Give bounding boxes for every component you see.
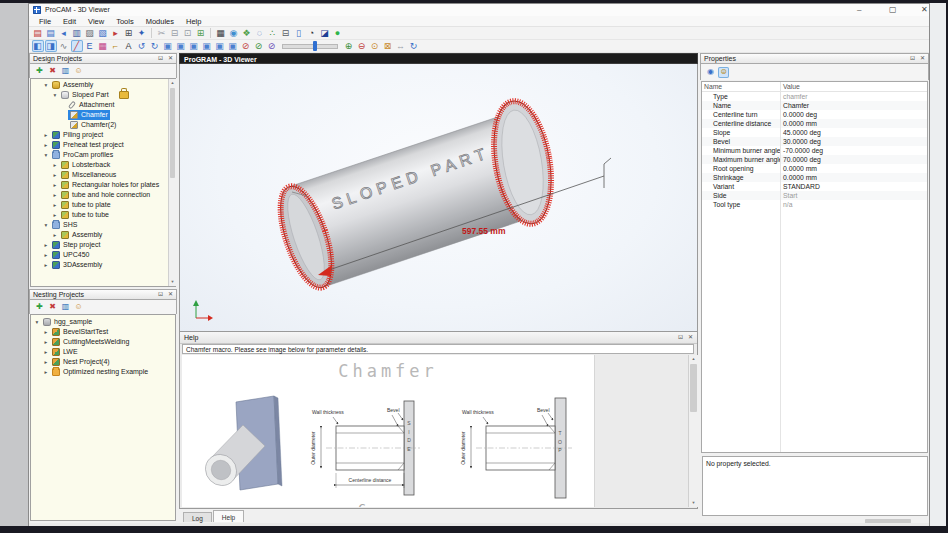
property-value[interactable]: 30.0000 deg (780, 137, 821, 146)
design-item-chamfer-2[interactable]: Chamfer(2) (31, 120, 175, 130)
wrench-icon[interactable]: ⌐ (110, 40, 122, 52)
property-row-slope[interactable]: Slope45.0000 deg (702, 128, 927, 137)
maximize-button[interactable]: ▢ (889, 6, 897, 14)
dock-icon[interactable]: ⊡ (910, 55, 915, 62)
zoom-slider[interactable] (282, 44, 338, 49)
view-solid-icon[interactable]: ◧ (32, 40, 44, 52)
nesting-item-lwe[interactable]: ▸LWE (31, 347, 175, 357)
minimize-button[interactable]: – (857, 6, 861, 14)
property-row-root-opening[interactable]: Root opening0.0000 mm (702, 164, 927, 173)
property-value[interactable]: 0.0000 mm (780, 119, 817, 128)
refresh-view-icon[interactable]: ↻ (408, 40, 420, 52)
export-icon[interactable]: ▸ (110, 27, 122, 39)
close-panel-icon[interactable]: ✕ (168, 55, 173, 62)
close-panel-icon[interactable]: ✕ (688, 334, 693, 341)
help-description-field[interactable]: Chamfer macro. Please see image below fo… (182, 344, 694, 354)
paste-special-icon[interactable]: ⊞ (195, 27, 207, 39)
hide-green-icon[interactable]: ⊘ (253, 40, 265, 52)
menu-view[interactable]: View (82, 17, 110, 26)
view-front-icon[interactable]: ▣ (162, 40, 174, 52)
save-all-icon[interactable]: ▥ (71, 27, 83, 39)
design-item-assembly[interactable]: ▸Assembly (31, 230, 175, 240)
close-button[interactable]: ✕ (921, 6, 928, 14)
paste-icon[interactable]: ⊡ (182, 27, 194, 39)
expand-icon[interactable]: ▸ (42, 252, 50, 258)
expand-icon[interactable]: ▸ (51, 232, 59, 238)
design-item-lobsterback[interactable]: ▸Lobsterback (31, 160, 175, 170)
view-left-icon[interactable]: ▣ (188, 40, 200, 52)
dock-icon[interactable]: ⊡ (158, 55, 163, 62)
design-item-shs[interactable]: ▾SHS (31, 220, 175, 230)
collapse-icon[interactable]: ▾ (42, 152, 50, 158)
info-icon[interactable]: ◉ (705, 67, 716, 78)
expand-icon[interactable]: ▸ (51, 162, 59, 168)
viewer-title-bar[interactable]: ProGRAM - 3D Viewer (179, 53, 698, 64)
expand-icon[interactable]: ▸ (42, 329, 50, 335)
expand-icon[interactable]: ▸ (42, 349, 50, 355)
corner-tool-icon[interactable]: ◪ (319, 27, 331, 39)
print-icon[interactable]: ⊟ (280, 27, 292, 39)
view-back-icon[interactable]: ▣ (175, 40, 187, 52)
property-row-type[interactable]: Typechamfer (702, 92, 927, 101)
rotate-left-icon[interactable]: ↺ (136, 40, 148, 52)
design-tree-scrollbar[interactable]: ▲ ▼ (168, 79, 176, 286)
design-item-attachment[interactable]: Attachment (31, 100, 175, 110)
design-item-upc450[interactable]: ▸UPC450 (31, 250, 175, 260)
view-top-icon[interactable]: ▣ (214, 40, 226, 52)
design-item-step-project[interactable]: ▸Step project (31, 240, 175, 250)
copy-icon[interactable]: ⊟ (169, 27, 181, 39)
open-project-icon[interactable]: ▧ (97, 27, 109, 39)
collapse-icon[interactable]: ▾ (51, 92, 59, 98)
property-value[interactable]: STANDARD (780, 182, 820, 191)
zoom-slider-handle[interactable] (313, 41, 317, 51)
design-item-preheat-test-project[interactable]: ▸Preheat test project (31, 140, 175, 150)
expand-icon[interactable]: ▸ (42, 369, 50, 375)
save-icon[interactable]: ▤ (45, 27, 57, 39)
cut-icon[interactable]: ✂ (156, 27, 168, 39)
expand-icon[interactable]: ▸ (42, 142, 50, 148)
expand-icon[interactable]: ▸ (42, 242, 50, 248)
hide-purple-icon[interactable]: ⊘ (266, 40, 278, 52)
design-item-3dassembly[interactable]: ▸3DAssembly (31, 260, 175, 270)
design-item-rectangular-holes-for-plates[interactable]: ▸Rectangular holes for plates (31, 180, 175, 190)
categorized-view-icon[interactable]: ⊜ (718, 67, 729, 78)
lasso-icon[interactable]: ◌ (254, 27, 266, 39)
delete-item-icon[interactable]: ✖ (47, 66, 58, 77)
design-item-tube-to-plate[interactable]: ▸tube to plate (31, 200, 175, 210)
machine-icon[interactable]: ❖ (241, 27, 253, 39)
expand-icon[interactable]: ▸ (42, 132, 50, 138)
property-row-tool-type[interactable]: Tool typen/a (702, 200, 927, 209)
history-icon[interactable]: ◔ (306, 27, 318, 39)
property-value[interactable]: 70.0000 deg (780, 155, 821, 164)
part-cylinder[interactable]: SLOPED PART (266, 89, 578, 304)
property-value[interactable]: Chamfer (780, 101, 809, 110)
property-value[interactable]: 0.0000 deg (780, 110, 817, 119)
property-row-side[interactable]: SideStart (702, 191, 927, 200)
view-bottom-icon[interactable]: ▣ (227, 40, 239, 52)
design-item-piling-project[interactable]: ▸Piling project (31, 130, 175, 140)
navigator-icon[interactable]: ✦ (136, 27, 148, 39)
collapse-icon[interactable]: ▾ (33, 319, 41, 325)
calculator-icon[interactable]: ⊞ (123, 27, 135, 39)
part-new-icon[interactable]: ▤ (32, 27, 44, 39)
property-value[interactable]: Start (780, 191, 797, 200)
visibility-icon[interactable]: ◉ (228, 27, 240, 39)
design-item-tube-to-tube[interactable]: ▸tube to tube (31, 210, 175, 220)
property-row-centerline-distance[interactable]: Centerline distance0.0000 mm (702, 119, 927, 128)
feedback-icon[interactable]: ☺ (73, 302, 84, 313)
scrollbar-thumb[interactable] (690, 364, 697, 412)
collapse-icon[interactable]: ▾ (42, 82, 50, 88)
property-row-bevel[interactable]: Bevel30.0000 deg (702, 137, 927, 146)
property-value[interactable]: 45.0000 deg (780, 128, 821, 137)
measure-tool-icon[interactable]: ╱ (71, 40, 83, 52)
nesting-item-bevelstarttest[interactable]: ▸BevelStartTest (31, 327, 175, 337)
edge-label-icon[interactable]: E (84, 40, 96, 52)
help-scrollbar[interactable]: ▲ ▼ (688, 355, 698, 507)
delete-item-icon[interactable]: ✖ (47, 302, 58, 313)
menu-help[interactable]: Help (180, 17, 207, 26)
statistics-icon[interactable]: ▥ (60, 302, 71, 313)
menu-modules[interactable]: Modules (140, 17, 180, 26)
menu-file[interactable]: File (33, 17, 57, 26)
pan-icon[interactable]: ↔ (395, 40, 407, 52)
expand-icon[interactable]: ▸ (42, 339, 50, 345)
